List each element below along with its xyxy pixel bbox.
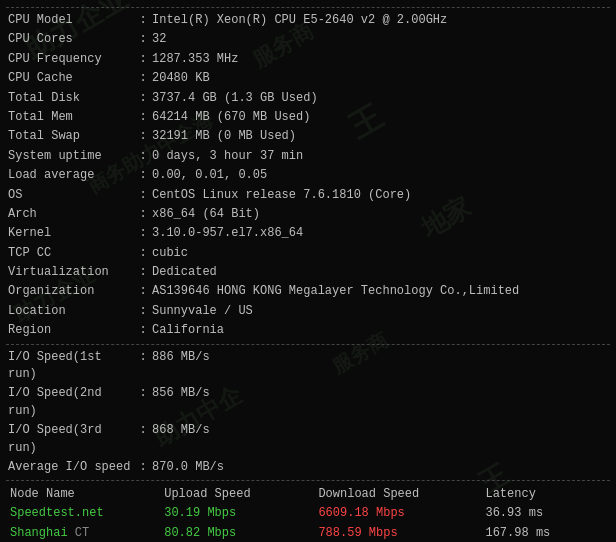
- info-value: cubic: [150, 244, 610, 263]
- io-value: 868 MB/s: [150, 421, 610, 458]
- mid-divider-1: [6, 344, 610, 345]
- info-value: 0 days, 3 hour 37 min: [150, 147, 610, 166]
- info-value: 20480 KB: [150, 69, 610, 88]
- info-label: Organization: [6, 282, 136, 301]
- io-label: I/O Speed(1st run): [6, 348, 136, 385]
- info-label: Total Disk: [6, 89, 136, 108]
- latency-cell: 167.98 ms: [481, 524, 610, 542]
- system-info-row: CPU Frequency : 1287.353 MHz: [6, 50, 610, 69]
- system-info-row: CPU Cores : 32: [6, 30, 610, 49]
- info-value: Intel(R) Xeon(R) CPU E5-2640 v2 @ 2.00GH…: [150, 11, 610, 30]
- info-value: 64214 MB (670 MB Used): [150, 108, 610, 127]
- info-value: 3737.4 GB (1.3 GB Used): [150, 89, 610, 108]
- system-info-row: Location : Sunnyvale / US: [6, 302, 610, 321]
- info-value: California: [150, 321, 610, 340]
- latency-cell: 36.93 ms: [481, 504, 610, 523]
- info-label: Virtualization: [6, 263, 136, 282]
- info-label: Load average: [6, 166, 136, 185]
- speed-test-row: Speedtest.net30.19 Mbps6609.18 Mbps36.93…: [6, 504, 610, 523]
- node-name: Shanghai: [10, 526, 68, 540]
- info-label: Total Mem: [6, 108, 136, 127]
- system-info-row: CPU Model : Intel(R) Xeon(R) CPU E5-2640…: [6, 11, 610, 30]
- io-speed-row: Average I/O speed : 870.0 MB/s: [6, 458, 610, 477]
- system-info-row: TCP CC : cubic: [6, 244, 610, 263]
- info-label: Arch: [6, 205, 136, 224]
- speed-test-row: Shanghai CT80.82 Mbps788.59 Mbps167.98 m…: [6, 524, 610, 542]
- system-info-row: Total Swap : 32191 MB (0 MB Used): [6, 127, 610, 146]
- system-info-row: Kernel : 3.10.0-957.el7.x86_64: [6, 224, 610, 243]
- info-label: CPU Cores: [6, 30, 136, 49]
- info-label: TCP CC: [6, 244, 136, 263]
- info-value: 32191 MB (0 MB Used): [150, 127, 610, 146]
- io-label: I/O Speed(2nd run): [6, 384, 136, 421]
- info-value: CentOS Linux release 7.6.1810 (Core): [150, 186, 610, 205]
- info-value: AS139646 HONG KONG Megalayer Technology …: [150, 282, 610, 301]
- system-info-row: Total Mem : 64214 MB (670 MB Used): [6, 108, 610, 127]
- node-name: Speedtest.net: [10, 506, 104, 520]
- info-label: OS: [6, 186, 136, 205]
- io-speed-row: I/O Speed(3rd run) : 868 MB/s: [6, 421, 610, 458]
- info-label: CPU Frequency: [6, 50, 136, 69]
- io-label: Average I/O speed: [6, 458, 136, 477]
- system-info-row: Virtualization : Dedicated: [6, 263, 610, 282]
- speed-col-header: Latency: [481, 484, 610, 504]
- mid-divider-2: [6, 480, 610, 481]
- info-label: Total Swap: [6, 127, 136, 146]
- info-label: Kernel: [6, 224, 136, 243]
- info-label: CPU Model: [6, 11, 136, 30]
- node-code: CT: [75, 526, 89, 540]
- system-info-table: CPU Model : Intel(R) Xeon(R) CPU E5-2640…: [6, 11, 610, 341]
- info-value: Dedicated: [150, 263, 610, 282]
- info-value: 3.10.0-957.el7.x86_64: [150, 224, 610, 243]
- info-label: Location: [6, 302, 136, 321]
- node-name-cell: Speedtest.net: [6, 504, 160, 523]
- upload-cell: 30.19 Mbps: [160, 504, 314, 523]
- io-value: 886 MB/s: [150, 348, 610, 385]
- io-value: 870.0 MB/s: [150, 458, 610, 477]
- system-info-row: Organization : AS139646 HONG KONG Megala…: [6, 282, 610, 301]
- speed-col-header: Node Name: [6, 484, 160, 504]
- system-info-row: Region : California: [6, 321, 610, 340]
- download-cell: 788.59 Mbps: [314, 524, 481, 542]
- io-speed-row: I/O Speed(2nd run) : 856 MB/s: [6, 384, 610, 421]
- system-info-row: CPU Cache : 20480 KB: [6, 69, 610, 88]
- speed-col-header: Upload Speed: [160, 484, 314, 504]
- info-value: 1287.353 MHz: [150, 50, 610, 69]
- info-value: 32: [150, 30, 610, 49]
- system-info-row: OS : CentOS Linux release 7.6.1810 (Core…: [6, 186, 610, 205]
- system-info-row: Total Disk : 3737.4 GB (1.3 GB Used): [6, 89, 610, 108]
- speed-test-header-row: Node NameUpload SpeedDownload SpeedLaten…: [6, 484, 610, 504]
- download-cell: 6609.18 Mbps: [314, 504, 481, 523]
- info-label: Region: [6, 321, 136, 340]
- io-value: 856 MB/s: [150, 384, 610, 421]
- io-label: I/O Speed(3rd run): [6, 421, 136, 458]
- info-value: Sunnyvale / US: [150, 302, 610, 321]
- main-content: CPU Model : Intel(R) Xeon(R) CPU E5-2640…: [0, 0, 616, 542]
- io-speed-table: I/O Speed(1st run) : 886 MB/s I/O Speed(…: [6, 348, 610, 478]
- speed-col-header: Download Speed: [314, 484, 481, 504]
- info-label: System uptime: [6, 147, 136, 166]
- system-info-row: Arch : x86_64 (64 Bit): [6, 205, 610, 224]
- upload-cell: 80.82 Mbps: [160, 524, 314, 542]
- node-name-cell: Shanghai CT: [6, 524, 160, 542]
- info-value: 0.00, 0.01, 0.05: [150, 166, 610, 185]
- io-speed-row: I/O Speed(1st run) : 886 MB/s: [6, 348, 610, 385]
- top-divider: [6, 7, 610, 8]
- speed-test-table: Node NameUpload SpeedDownload SpeedLaten…: [6, 484, 610, 542]
- system-info-row: Load average : 0.00, 0.01, 0.05: [6, 166, 610, 185]
- info-label: CPU Cache: [6, 69, 136, 88]
- info-value: x86_64 (64 Bit): [150, 205, 610, 224]
- system-info-row: System uptime : 0 days, 3 hour 37 min: [6, 147, 610, 166]
